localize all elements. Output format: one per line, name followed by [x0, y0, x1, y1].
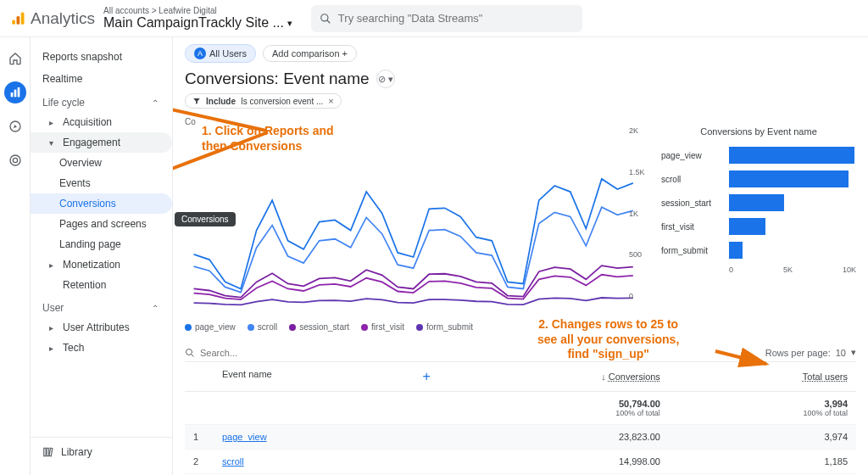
sidebar-label: Reports snapshot [42, 51, 122, 63]
total-conv-pct: 100% of total [448, 409, 660, 417]
sidebar-label: Events [59, 177, 91, 189]
table-search-input[interactable] [200, 348, 760, 358]
brand-logo: Analytics [10, 9, 95, 28]
table-row[interactable]: 1page_view23,823.003,974 [185, 425, 856, 450]
bar-chart: Conversions by Event name page_viewscrol… [661, 126, 856, 317]
svg-rect-7 [17, 87, 19, 97]
target-icon [8, 154, 22, 167]
caret-icon: ▸ [49, 344, 58, 353]
table-search[interactable] [185, 348, 760, 358]
sidebar-item-landing[interactable]: Landing page [31, 234, 172, 254]
edit-dimension-button[interactable]: ⊘ ▾ [376, 70, 395, 88]
col-event-name[interactable]: Event name+ [214, 362, 439, 392]
bar-row: scroll [661, 167, 856, 191]
chevron-down-icon[interactable]: ▾ [851, 347, 856, 358]
report-title: Conversions: Event name ⊘ ▾ [185, 70, 856, 88]
sidebar-item-acquisition[interactable]: ▸Acquisition [31, 112, 172, 132]
table-row[interactable]: 2scroll14,998.001,185 [185, 450, 856, 474]
sidebar-library[interactable]: Library [31, 437, 172, 467]
close-icon[interactable]: × [328, 96, 333, 106]
sidebar-item-engagement[interactable]: ▾Engagement [31, 132, 172, 153]
caret-icon: ▸ [49, 323, 58, 332]
chevron-down-icon[interactable]: ▾ [287, 18, 292, 29]
line-chart: 2K1.5K1K5000 [185, 126, 651, 317]
sidebar-item-pages[interactable]: Pages and screens [31, 214, 172, 234]
chevron-up-icon: ⌃ [152, 98, 160, 108]
search-icon [320, 13, 331, 25]
add-dimension-icon[interactable]: + [423, 369, 431, 384]
rail-advertising[interactable] [4, 149, 26, 171]
svg-line-15 [192, 354, 194, 356]
legend-item[interactable]: scroll [248, 322, 277, 332]
sidebar-item-overview[interactable]: Overview [31, 153, 172, 173]
svg-point-9 [10, 155, 20, 165]
svg-rect-1 [17, 16, 20, 25]
filter-chip[interactable]: Include Is conversion event ... × [185, 93, 342, 109]
rail-explore[interactable] [4, 115, 26, 137]
filter-prefix: Include [206, 97, 236, 106]
caret-icon: ▾ [49, 138, 58, 148]
breadcrumb-top: All accounts > Leafwire Digital [103, 6, 292, 15]
bar-row: page_view [661, 143, 856, 167]
sidebar-item-snapshot[interactable]: Reports snapshot [31, 46, 172, 68]
rail-home[interactable] [4, 48, 26, 70]
sidebar-item-realtime[interactable]: Realtime [31, 68, 172, 90]
sidebar-item-retention[interactable]: Retention [31, 275, 172, 295]
col-total-users[interactable]: Total users [669, 362, 856, 392]
global-search[interactable] [311, 5, 582, 32]
data-table: Event name+ ↓ Conversions Total users 50… [185, 362, 856, 474]
col-label: Total users [803, 372, 848, 382]
filter-text: Is conversion event ... [241, 97, 323, 106]
sidebar-item-monetization[interactable]: ▸Monetization [31, 254, 172, 275]
add-comparison-button[interactable]: Add comparison + [263, 45, 357, 62]
sidebar-item-user-attributes[interactable]: ▸User Attributes [31, 317, 172, 338]
bar-x-axis: 05K10K [729, 265, 856, 274]
chevron-up-icon: ⌃ [152, 304, 160, 313]
total-users: 3,994 [824, 399, 848, 409]
sidebar-label: Landing page [59, 238, 121, 250]
filter-icon [192, 97, 201, 105]
rail-reports[interactable] [4, 81, 26, 103]
total-conversions: 50,794.00 [619, 399, 660, 409]
segment-pill-all-users[interactable]: AAll Users [185, 44, 256, 63]
sidebar-item-tech[interactable]: ▸Tech [31, 338, 172, 358]
bar-row: form_submit [661, 238, 856, 262]
report-title-text: Conversions: Event name [185, 70, 370, 88]
search-input[interactable] [338, 12, 574, 25]
chart-label-co: Co [185, 117, 856, 126]
legend-item[interactable]: first_visit [361, 322, 404, 332]
sidebar-section-lifecycle[interactable]: Life cycle⌃ [31, 90, 172, 112]
home-icon [8, 52, 22, 65]
svg-rect-13 [49, 448, 53, 456]
svg-line-4 [327, 20, 331, 23]
svg-point-3 [321, 14, 328, 20]
bar-chart-title: Conversions by Event name [661, 126, 856, 137]
svg-rect-6 [14, 90, 16, 98]
y-axis: 2K1.5K1K5000 [629, 126, 651, 300]
section-label: Life cycle [42, 97, 85, 109]
compare-label: Add comparison + [272, 48, 348, 59]
rows-value: 10 [836, 348, 846, 358]
sidebar-label: User Attributes [63, 321, 130, 333]
analytics-logo-icon [10, 11, 25, 26]
legend-item[interactable]: page_view [185, 322, 236, 332]
sidebar-item-conversions[interactable]: Conversions [31, 193, 172, 214]
library-label: Library [61, 446, 92, 458]
svg-rect-12 [47, 448, 48, 455]
breadcrumb[interactable]: All accounts > Leafwire Digital Main Cam… [103, 6, 292, 31]
legend-item[interactable]: session_start [289, 322, 349, 332]
totals-row: 50,794.00100% of total 3,994100% of tota… [185, 392, 856, 425]
report-main: AAll Users Add comparison + Conversions:… [173, 37, 868, 475]
rows-per-page[interactable]: Rows per page: 10 ▾ [765, 347, 856, 358]
sidebar-label: Realtime [42, 73, 82, 85]
legend-item[interactable]: form_submit [416, 322, 473, 332]
library-icon [42, 446, 54, 458]
sidebar-section-user[interactable]: User⌃ [31, 295, 172, 317]
rows-label: Rows per page: [765, 348, 831, 358]
sidebar-item-events[interactable]: Events [31, 173, 172, 193]
svg-rect-5 [10, 92, 13, 97]
sidebar-label: Acquisition [63, 116, 112, 128]
property-name: Main CampaignTrackly Site ... [103, 15, 284, 31]
chart-legend: page_viewscrollsession_startfirst_visitf… [185, 322, 856, 332]
col-conversions[interactable]: ↓ Conversions [439, 362, 669, 392]
